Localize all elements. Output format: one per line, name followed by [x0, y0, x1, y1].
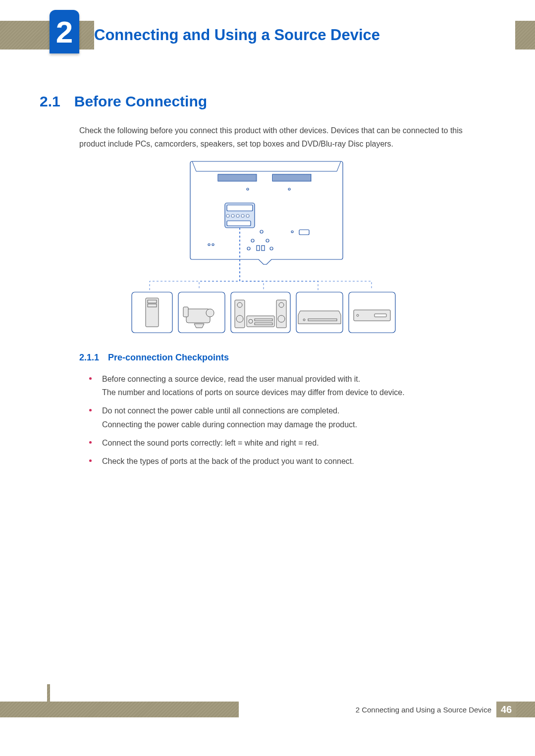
checkpoints-list: Before connecting a source device, read … [89, 372, 485, 473]
subsection-heading: 2.1.1 Pre-connection Checkpoints [79, 353, 229, 363]
section-heading: 2.1 Before Connecting [40, 93, 495, 110]
svg-point-9 [241, 214, 244, 217]
list-item-text: Before connecting a source device, read … [102, 375, 405, 397]
svg-rect-22 [262, 246, 265, 251]
svg-point-35 [237, 302, 242, 307]
footer-chapter-ref: 2 Connecting and Using a Source Device [356, 706, 491, 714]
svg-point-41 [249, 319, 253, 323]
connection-diagram [130, 160, 397, 336]
svg-rect-5 [227, 205, 253, 211]
svg-point-6 [226, 214, 229, 217]
svg-rect-21 [257, 246, 260, 251]
list-item-text: Do not connect the power cable until all… [102, 406, 357, 428]
svg-point-17 [251, 239, 254, 242]
svg-point-14 [291, 231, 293, 233]
svg-point-36 [236, 315, 243, 322]
svg-point-48 [357, 314, 359, 316]
svg-rect-13 [299, 230, 309, 235]
svg-rect-30 [148, 304, 157, 307]
svg-point-3 [288, 188, 290, 190]
list-item: Connect the sound ports correctly: left … [89, 436, 485, 450]
svg-point-44 [303, 319, 305, 321]
svg-point-12 [260, 230, 263, 233]
svg-point-2 [247, 188, 249, 190]
list-item-text: Connect the sound ports correctly: left … [102, 439, 319, 447]
svg-point-15 [208, 244, 210, 246]
page-number: 46 [496, 702, 516, 717]
svg-point-10 [246, 214, 249, 217]
list-item: Check the types of ports at the back of … [89, 454, 485, 468]
svg-rect-33 [183, 307, 188, 317]
subsection-number: 2.1.1 [79, 353, 99, 363]
svg-rect-0 [218, 174, 257, 181]
subsection-title: Pre-connection Checkpoints [108, 353, 229, 363]
list-item: Do not connect the power cable until all… [89, 404, 485, 431]
svg-point-7 [231, 214, 234, 217]
svg-rect-43 [255, 323, 272, 325]
svg-rect-11 [227, 221, 251, 226]
list-item-text: Check the types of ports at the back of … [102, 457, 354, 465]
section-title: Before Connecting [74, 93, 207, 110]
svg-rect-45 [308, 319, 337, 321]
svg-point-38 [279, 302, 284, 307]
svg-rect-47 [374, 314, 386, 317]
svg-point-19 [247, 247, 250, 250]
svg-rect-29 [148, 300, 157, 303]
chapter-number-badge: 2 [50, 10, 79, 53]
svg-point-8 [236, 214, 239, 217]
section-number: 2.1 [40, 93, 60, 110]
chapter-title: Connecting and Using a Source Device [94, 21, 515, 50]
list-item: Before connecting a source device, read … [89, 372, 485, 399]
footer-chapter-ref-container: 2 Connecting and Using a Source Device [239, 702, 496, 717]
svg-point-16 [212, 244, 214, 246]
svg-point-18 [266, 239, 269, 242]
svg-point-20 [270, 247, 273, 250]
svg-rect-1 [272, 174, 311, 181]
svg-rect-42 [255, 319, 272, 321]
svg-point-39 [278, 315, 285, 322]
svg-point-32 [206, 309, 214, 317]
section-intro-text: Check the following before you connect t… [79, 124, 485, 151]
